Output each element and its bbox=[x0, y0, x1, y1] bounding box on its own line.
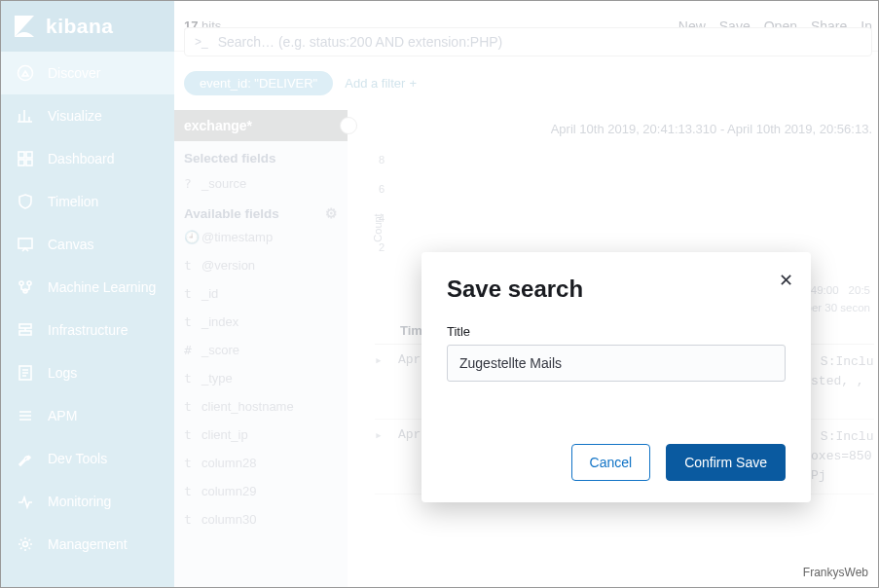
close-icon[interactable]: ✕ bbox=[779, 270, 793, 291]
save-search-dialog: ✕ Save search Title Cancel Confirm Save bbox=[421, 252, 811, 502]
cancel-button[interactable]: Cancel bbox=[571, 444, 651, 481]
dialog-title: Save search bbox=[447, 276, 786, 303]
confirm-save-button[interactable]: Confirm Save bbox=[666, 444, 786, 481]
watermark: FrankysWeb bbox=[803, 566, 868, 579]
title-input[interactable] bbox=[447, 345, 786, 382]
title-field-label: Title bbox=[447, 324, 786, 339]
